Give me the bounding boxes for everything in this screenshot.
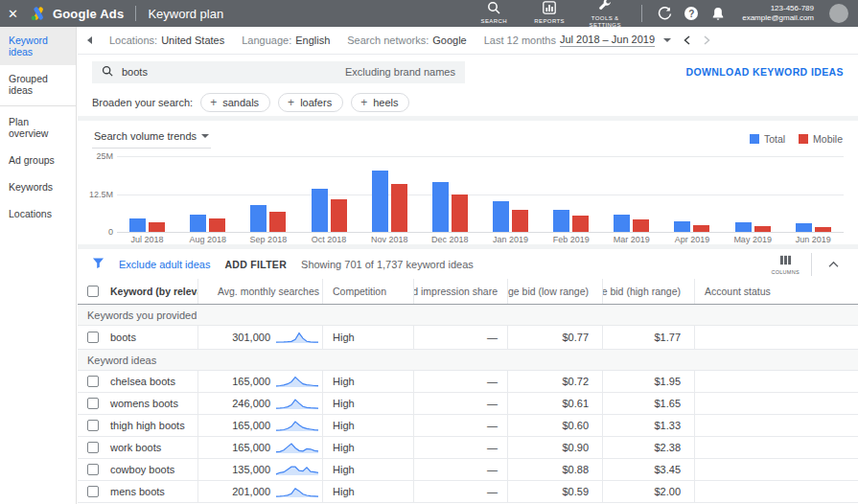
row-checkbox[interactable] xyxy=(87,420,99,431)
sidebar-item-keyword-ideas[interactable]: Keyword ideas xyxy=(0,27,76,65)
avatar[interactable] xyxy=(829,4,848,23)
column-header-bid-low[interactable]: Top of page bid (low range) xyxy=(507,279,602,304)
row-checkbox[interactable] xyxy=(87,442,99,453)
help-icon[interactable]: ? xyxy=(683,7,700,20)
row-checkbox[interactable] xyxy=(87,332,99,343)
column-header-avg-monthly-searches[interactable]: Avg. monthly searches xyxy=(197,279,322,304)
competition-cell: High xyxy=(322,459,413,480)
row-checkbox[interactable] xyxy=(87,398,99,409)
search-trend-sparkline xyxy=(275,441,319,455)
previous-period-chevron[interactable] xyxy=(683,34,691,46)
x-axis-label: Feb 2019 xyxy=(541,235,601,244)
bar-group-aug-2018 xyxy=(190,156,225,232)
bar-total xyxy=(553,210,569,232)
sidebar-item-grouped-ideas[interactable]: Grouped ideas xyxy=(0,65,76,103)
toolbar-divider xyxy=(811,253,812,276)
plus-icon: + xyxy=(360,97,367,108)
filter-funnel-icon xyxy=(92,257,104,271)
competition-cell: High xyxy=(322,393,413,414)
searches-value: 135,000 xyxy=(232,464,270,475)
sidebar-item-plan-overview[interactable]: Plan overview xyxy=(0,108,76,147)
column-header-keyword[interactable]: Keyword (by relevance) ↓ xyxy=(108,279,197,304)
x-axis-label: Apr 2019 xyxy=(661,235,722,244)
chart-legend: TotalMobile xyxy=(750,133,843,145)
wrench-icon xyxy=(598,0,612,13)
select-all-checkbox[interactable] xyxy=(87,286,99,297)
sidebar-item-ad-groups[interactable]: Ad groups xyxy=(0,147,76,173)
sidebar-item-keywords[interactable]: Keywords xyxy=(0,173,76,200)
bar-total xyxy=(190,215,206,232)
x-axis-label: Nov 2018 xyxy=(359,235,420,244)
bar-group-apr-2019 xyxy=(674,156,709,232)
x-axis-label: Oct 2018 xyxy=(299,235,359,244)
searches-value: 165,000 xyxy=(232,442,270,453)
competition-cell: High xyxy=(322,481,413,502)
searches-value: 246,000 xyxy=(232,398,270,409)
setting-locations[interactable]: Locations: United States xyxy=(109,34,224,46)
avg-monthly-searches-cell: 135,000 xyxy=(197,459,322,480)
row-checkbox[interactable] xyxy=(87,376,99,387)
collapse-panel-icon[interactable] xyxy=(87,36,92,44)
account-status-cell xyxy=(694,371,858,392)
search-nav-button[interactable]: SEARCH xyxy=(471,1,517,25)
bid-low-cell: $0.77 xyxy=(507,326,602,349)
close-icon[interactable]: ✕ xyxy=(8,8,18,20)
broaden-chip-loafers[interactable]: +loafers xyxy=(278,93,343,112)
broaden-chip-heels[interactable]: +heels xyxy=(351,93,409,112)
next-period-chevron[interactable] xyxy=(703,34,711,46)
row-checkbox[interactable] xyxy=(87,464,99,475)
legend-item-total: Total xyxy=(750,133,785,145)
chart-title-dropdown[interactable]: Search volume trends xyxy=(92,128,211,149)
collapse-table-chevron[interactable] xyxy=(823,260,844,268)
account-info[interactable]: 123-456-789 example@gmail.com xyxy=(742,4,814,23)
brand-name: Google Ads xyxy=(53,7,124,21)
bar-total xyxy=(674,221,690,232)
column-header-account-status[interactable]: Account status xyxy=(694,279,858,304)
add-filter-button[interactable]: ADD FILTER xyxy=(224,259,287,270)
setting-date-range[interactable]: Last 12 months Jul 2018 – Jun 2019 xyxy=(484,34,671,47)
y-axis-tick: 12.5M xyxy=(89,190,113,199)
chart-title: Search volume trends xyxy=(94,130,197,142)
column-header-bid-high[interactable]: Top of page bid (high range) xyxy=(602,279,694,304)
ad-impression-share-cell: — xyxy=(413,326,507,349)
competition-cell: High xyxy=(322,437,413,458)
exclude-adult-ideas-filter[interactable]: Exclude adult ideas xyxy=(119,259,210,270)
bar-total xyxy=(432,182,449,232)
account-status-cell xyxy=(694,415,858,436)
y-axis: 25M 12.5M 0 xyxy=(92,156,117,232)
bar-group-oct-2018 xyxy=(312,156,347,232)
tools-settings-nav-button[interactable]: TOOLS & SETTINGS xyxy=(582,0,628,29)
search-trend-sparkline xyxy=(275,375,319,389)
bar-series xyxy=(117,156,844,232)
searches-value: 301,000 xyxy=(232,332,270,343)
notifications-bell-icon[interactable] xyxy=(709,7,727,21)
locations-value: United States xyxy=(161,34,224,46)
searches-value: 165,000 xyxy=(232,420,270,431)
column-header-ad-impression-share[interactable]: Ad impression share xyxy=(413,279,507,304)
search-icon xyxy=(102,65,113,79)
search-trend-sparkline xyxy=(275,397,319,411)
networks-label: Search networks: xyxy=(347,34,429,46)
account-status-cell xyxy=(694,481,858,502)
setting-language[interactable]: Language: English xyxy=(242,34,330,46)
bar-mobile xyxy=(209,218,225,232)
reports-nav-button[interactable]: REPORTS xyxy=(526,1,572,25)
column-header-competition[interactable]: Competition xyxy=(322,279,413,304)
bid-low-cell: $0.90 xyxy=(507,437,602,458)
row-checkbox[interactable] xyxy=(87,486,99,497)
chip-label: sandals xyxy=(222,97,259,108)
y-axis-tick: 25M xyxy=(96,151,113,161)
table-row-cowboy-boots: cowboy boots135,000High—$0.88$3.45 xyxy=(78,459,858,481)
broaden-chip-sandals[interactable]: +sandals xyxy=(200,93,270,112)
columns-button[interactable]: COLUMNS xyxy=(771,254,800,275)
account-status-cell xyxy=(694,393,858,414)
keyword-cell: work boots xyxy=(108,437,197,458)
sidebar-item-locations[interactable]: Locations xyxy=(0,200,76,227)
bar-total xyxy=(250,205,267,232)
bid-high-cell: $1.33 xyxy=(602,415,694,436)
keyword-search-input[interactable]: boots Excluding brand names xyxy=(92,61,465,83)
download-keyword-ideas-button[interactable]: DOWNLOAD KEYWORD IDEAS xyxy=(685,66,844,78)
refresh-icon[interactable] xyxy=(656,7,673,21)
setting-search-networks[interactable]: Search networks: Google xyxy=(347,34,466,46)
x-axis-label: Aug 2018 xyxy=(177,235,238,244)
